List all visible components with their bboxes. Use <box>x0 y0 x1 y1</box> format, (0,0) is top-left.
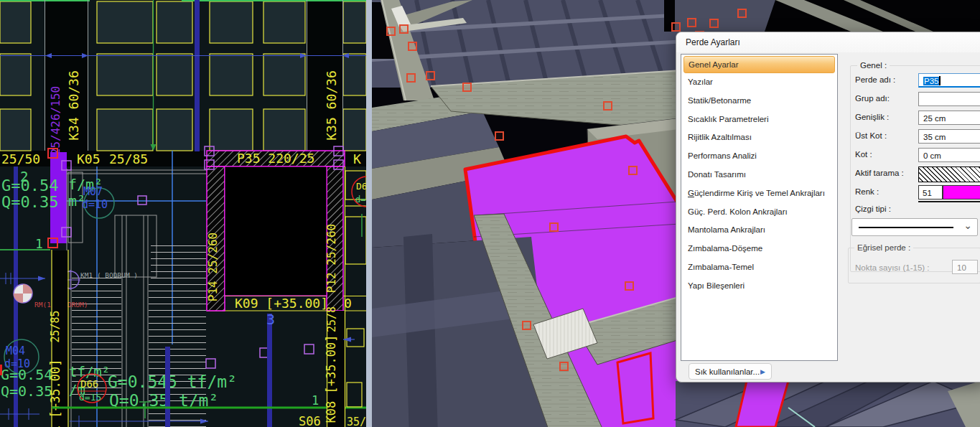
perde-adi-label: Perde adı : <box>855 75 895 84</box>
favorites-button-label: Sık kullanılanlar... <box>695 367 760 376</box>
svg-text:tf/m²: tf/m² <box>69 364 110 380</box>
menu-item-2[interactable]: Statik/Betonarme <box>681 92 837 111</box>
beam-label-k35: K35 60/36 <box>324 70 339 141</box>
svg-text:3: 3 <box>266 311 275 328</box>
kot-input[interactable]: 0 cm <box>918 148 980 162</box>
menu-item-3[interactable]: Sıcaklık Parametreleri <box>681 111 837 129</box>
renk-number-input[interactable]: 51 <box>918 185 943 200</box>
svg-text:35/6: 35/6 <box>347 416 366 427</box>
perde-adi-input[interactable]: P35 <box>918 73 980 88</box>
menu-item-9[interactable]: Mantolama Ankrajları <box>681 221 837 240</box>
strip-below-dialog <box>676 381 980 427</box>
beam-label-k34: K34 60/36 <box>66 70 81 141</box>
menu-item-5[interactable]: Performans Analizi <box>681 147 837 166</box>
favorites-button[interactable]: Sık kullanılanlar... ▶ <box>689 363 772 380</box>
svg-text:1: 1 <box>312 393 319 408</box>
wall-settings-dialog: Perde Ayarları Genel AyarlarYazılarStati… <box>676 32 980 383</box>
wall-label-p12: P12 25/260 <box>325 224 338 293</box>
renk-label: Renk : <box>855 187 879 196</box>
km-label: KM1 ( BODRUM ) <box>80 271 138 279</box>
grup-adi-input[interactable] <box>918 92 980 106</box>
slab-mark-d: d=10 <box>82 198 108 211</box>
dialog-title: Perde Ayarları <box>676 32 980 52</box>
wall-label-k-part: K <box>353 151 361 166</box>
renk-color-swatch[interactable] <box>943 185 980 200</box>
line-type-combobox[interactable]: ⌄ <box>851 218 978 236</box>
perde-adi-value: P35 <box>923 77 939 85</box>
menu-item-8[interactable]: Güç. Perd. Kolon Ankrajları <box>681 203 837 222</box>
renk-underline <box>918 201 980 202</box>
beam-label-2550: 25/50 <box>1 151 40 166</box>
axis-label-2: 2 <box>20 169 28 184</box>
solid-line-preview <box>859 227 953 228</box>
svg-text:1: 1 <box>35 236 43 251</box>
slab-mark-name: M07 <box>83 185 103 198</box>
nokta-sayisi-input[interactable]: 10 <box>952 260 978 274</box>
nokta-sayisi-label: Nokta sayısı (1-15) : <box>855 263 930 272</box>
menu-item-1[interactable]: Yazılar <box>681 73 837 92</box>
load-g: G=0.54 <box>1 177 58 194</box>
menu-item-0[interactable]: Genel Ayarlar <box>683 56 835 73</box>
chevron-down-icon: ⌄ <box>963 220 972 231</box>
d66-d: d=15 <box>79 392 101 403</box>
ustkot-label: Üst Kot : <box>855 131 887 140</box>
favorites-arrow-icon: ▶ <box>760 368 765 375</box>
menu-item-6[interactable]: Donatı Tasarımı <box>681 166 837 184</box>
svg-text:S06: S06 <box>299 414 321 427</box>
wall-label-p14: P14 25/260 <box>206 233 220 301</box>
aktif-tarama-label: Aktif tarama : <box>855 169 904 177</box>
beam-label-k05: K05 <box>77 151 101 166</box>
ustkot-input[interactable]: 35 cm <box>918 129 980 144</box>
grup-adi-label: Grup adı: <box>855 94 890 103</box>
svg-text:M04: M04 <box>6 344 25 357</box>
d-right-d: d=1 <box>355 194 366 205</box>
genislik-input[interactable]: 25 cm <box>918 111 980 125</box>
dim-label: 25/426/150 <box>49 86 62 155</box>
group-label-egrisel: Eğrisel perde : <box>854 243 913 252</box>
wall-label-p35: P35 220/25 <box>237 151 314 166</box>
load-q: Q=0.35 <box>1 193 58 211</box>
svg-text:D6: D6 <box>356 181 366 192</box>
menu-item-4[interactable]: Rijitlik Azaltılması <box>681 128 837 147</box>
hatch-pattern-swatch[interactable] <box>918 166 980 182</box>
menu-item-11[interactable]: Zımbalama-Temel <box>681 258 837 277</box>
group-label-genel: Genel : <box>857 61 890 70</box>
svg-text:K08 [+35.00]: K08 [+35.00] <box>324 335 338 423</box>
svg-text:Q=0.35: Q=0.35 <box>1 383 52 400</box>
svg-text:25/85: 25/85 <box>49 310 62 342</box>
text-caret <box>939 76 941 85</box>
beam-label-k05dim: 25/85 <box>109 151 148 166</box>
svg-text:D66: D66 <box>80 378 98 390</box>
plan-view-2d[interactable]: 25/426/150 K34 60/36 K35 60/36 25/50 K05… <box>0 0 366 427</box>
kot-label: Kot : <box>855 150 872 159</box>
genislik-label: Genişlik : <box>855 113 889 121</box>
cizgi-tipi-label: Çizgi tipi : <box>855 205 891 213</box>
menu-item-10[interactable]: Zımbalama-Döşeme <box>681 240 837 258</box>
svg-text:G=0.545 tf/m²: G=0.545 tf/m² <box>108 372 237 391</box>
menu-item-7[interactable]: Güçlendirme Kiriş ve Temel Ankrajları <box>681 184 837 203</box>
menu-item-12[interactable]: Yapı Bileşenleri <box>681 277 837 296</box>
load-annotation-bottom: G=0.545 tf/m² Q=0.35 t/m² <box>108 372 237 410</box>
svg-text:25/8: 25/8 <box>325 306 338 332</box>
app-window: 25/426/150 K34 60/36 K35 60/36 25/50 K05… <box>0 0 980 427</box>
svg-text:K41 [+35.00]: K41 [+35.00] <box>48 360 62 427</box>
settings-menu[interactable]: Genel AyarlarYazılarStatik/BetonarmeSıca… <box>681 54 838 361</box>
